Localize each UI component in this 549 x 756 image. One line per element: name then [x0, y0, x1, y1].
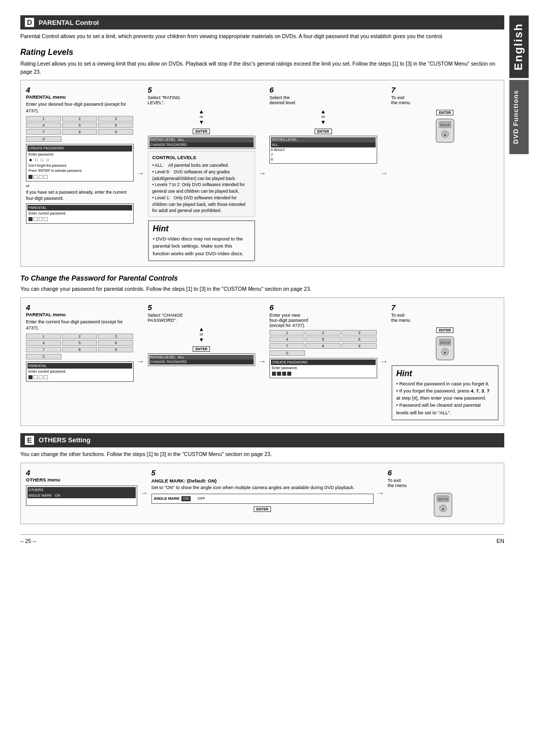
cp-step-4-num: 4 — [26, 303, 30, 312]
step-5-num: 5 — [148, 85, 152, 94]
others-remote-svg: SETUP ▲ — [432, 492, 454, 518]
section-e-letter: E — [24, 435, 35, 445]
others-step-6-num: 6 — [388, 468, 392, 477]
nav-arrows-6: ▲ or ▼ — [269, 108, 377, 125]
setup-remote-icon: SETUP ▲ — [391, 118, 499, 144]
step-5-rating: 5 Select "RATINGLEVEL". ▲ or ▼ ENTER — [146, 83, 258, 263]
control-levels-items: • ALL: All parental locks are cancelled.… — [152, 162, 251, 214]
change-password-intro: You can change your password for parenta… — [20, 285, 504, 293]
change-password-title: To Change the Password for Parental Cont… — [20, 274, 504, 282]
bottom-bar: – 25 – EN — [20, 534, 504, 544]
change-password-steps: 4 PARENTAL menu Enter the current four-d… — [20, 297, 504, 426]
cp-enter-btn-7: ENTER — [391, 327, 499, 332]
section-e-title: OTHERS Setting — [39, 436, 90, 444]
hint-content-rating: • DVD-Video discs may not respond to the… — [153, 235, 251, 257]
angle-mark-screen: ANGLE MARK ON OFF ENTER — [151, 494, 374, 511]
step-7-num: 7 — [391, 85, 395, 94]
cp-enter-btn: ENTER — [148, 346, 256, 351]
section-e-intro: You can change the other functions. Foll… — [20, 450, 504, 459]
svg-text:▲: ▲ — [441, 507, 445, 510]
step-4-title: PARENTAL menu — [26, 94, 134, 100]
step-7-change: 7 To exitthe menu ENTER SETUP ▲ — [389, 301, 501, 422]
control-levels-box: CONTROL LEVELS • ALL: All parental locks… — [148, 151, 256, 217]
cp-arrow-4-5: → — [136, 301, 146, 422]
cp-remote-svg: SETUP ▲ — [434, 336, 456, 361]
page-number: – 25 – — [20, 538, 36, 544]
section-e-header: E OTHERS Setting — [20, 433, 504, 447]
step-6-title: Select thedesired level. — [269, 95, 377, 105]
cp-step-5-num: 5 — [148, 303, 152, 312]
step-6-rating: 6 Select thedesired level. ▲ or ▼ ENTER … — [267, 83, 379, 263]
create-password-screen: CREATE PASSWORD Enter password. ■ □ □ □ … — [26, 144, 134, 181]
arrow-5-6: → — [257, 83, 267, 263]
or-text-1: or — [26, 183, 134, 189]
cp-step-6-num: 6 — [269, 303, 273, 312]
section-d-letter: D — [24, 17, 35, 27]
rating-levels-title: Rating Levels — [20, 48, 504, 57]
cp-step-6-title: Enter your newfour-digit password(except… — [269, 313, 377, 328]
english-tab: English — [509, 15, 529, 78]
keypad-mockup: 123 456 789 0 — [26, 116, 134, 142]
svg-text:▲: ▲ — [443, 133, 447, 136]
arrow-6-7: → — [379, 83, 389, 263]
step-4-desc: Enter your desired four-digit password (… — [26, 101, 134, 114]
rating-levels-steps: 4 PARENTAL menu Enter your desired four-… — [20, 80, 504, 267]
enter-btn-5: ENTER — [148, 128, 256, 134]
step-4-change: 4 PARENTAL menu Enter the current four-d… — [24, 301, 136, 422]
cp-setup-remote: SETUP ▲ — [391, 336, 499, 362]
cp-step-4-desc: Enter the current four-digit password (e… — [26, 319, 134, 331]
enter-btn-7: ENTER — [391, 109, 499, 115]
step-5-title: Select "RATINGLEVEL". — [148, 95, 256, 105]
others-screen: OTHERS ANGLE MARK ON — [26, 486, 137, 506]
rating-level-screen-2: RATING LEVEL ALL 8 ADULT 7 6 — [269, 136, 377, 164]
nav-arrows-5: ▲ or ▼ — [148, 108, 256, 125]
others-step-5-desc: Set to "ON" to show the angle icon when … — [151, 485, 374, 491]
cp-keypad: 123 456 789 0 — [26, 334, 134, 359]
cp-step-5-title: Select "CHANGEPASSWORD". — [148, 313, 256, 323]
cp-keypad-2: 123 456 789 0 — [269, 330, 377, 356]
step-6-change: 6 Enter your newfour-digit password(exce… — [267, 301, 379, 422]
step-4-rating: 4 PARENTAL menu Enter your desired four-… — [24, 83, 136, 263]
section-d-title: PARENTAL Control — [39, 19, 99, 26]
cp-hint-content: • Record the password in case you forget… — [396, 380, 494, 416]
cp-hint-box: Hint • Record the password in case you f… — [391, 365, 499, 420]
section-d-intro: Parental Control allows you to set a lim… — [20, 33, 504, 41]
others-enter-btn: ENTER — [151, 506, 374, 511]
cp-step-7-title: To exitthe menu — [391, 313, 499, 323]
step-7-rating: 7 To exitthe menu ENTER SETUP ▲ — [389, 83, 501, 263]
rating-level-screen: RATING LEVEL ALL CHANGE PASSWORD — [148, 136, 256, 149]
change-password-section: To Change the Password for Parental Cont… — [20, 274, 504, 426]
cp-nav-arrows: ▲ or ▼ — [148, 326, 256, 343]
others-step-5: 5 ANGLE MARK: (Default: ON) Set to "ON" … — [149, 466, 376, 521]
svg-text:SETUP: SETUP — [438, 498, 448, 501]
section-d-header: D PARENTAL Control — [20, 15, 504, 29]
side-tabs: English DVD Functions — [509, 15, 529, 544]
control-levels-title: CONTROL LEVELS — [152, 154, 251, 161]
cp-arrow-5-6: → — [257, 301, 267, 422]
svg-text:▲: ▲ — [443, 350, 447, 354]
step-4-num: 4 — [26, 85, 30, 94]
lang-label: EN — [497, 538, 504, 544]
others-arrow-5-6: → — [376, 466, 386, 521]
step-7-title: To exitthe menu — [391, 95, 499, 105]
rating-hint-box: Hint • DVD-Video discs may not respond t… — [148, 220, 256, 261]
cp-create-password-screen: CREATE PASSWORD Enter password. — [269, 358, 377, 378]
others-step-5-title: ANGLE MARK: (Default: ON) — [151, 478, 374, 483]
others-step-4-num: 4 — [26, 468, 30, 477]
cp-menu-screen: RATING LEVEL ALL CHANGE PASSWORD — [148, 353, 256, 367]
rating-levels-section: Rating Levels Rating Level allows you to… — [20, 48, 504, 267]
remote-svg: SETUP ▲ — [434, 118, 456, 143]
svg-text:SETUP: SETUP — [440, 341, 450, 344]
others-steps: 4 OTHERS menu OTHERS ANGLE MARK ON → 5 A… — [20, 463, 504, 524]
cp-parental-screen: PARENTAL Enter current password. — [26, 361, 134, 382]
enter-btn-6: ENTER — [269, 128, 377, 134]
step-4-alt-desc: If you have set a password already, ente… — [26, 190, 134, 202]
cp-hint-title: Hint — [396, 369, 494, 378]
dvd-functions-tab: DVD Functions — [509, 80, 529, 154]
hint-title-rating: Hint — [153, 224, 251, 233]
enter-current-password-screen: PARENTAL Enter current password. — [26, 203, 134, 224]
rating-levels-intro: Rating Level allows you to set a viewing… — [20, 60, 504, 76]
cp-step-7-num: 7 — [391, 303, 395, 312]
others-setup-remote: SETUP ▲ — [388, 492, 499, 519]
cp-arrow-6-7: → — [379, 301, 389, 422]
